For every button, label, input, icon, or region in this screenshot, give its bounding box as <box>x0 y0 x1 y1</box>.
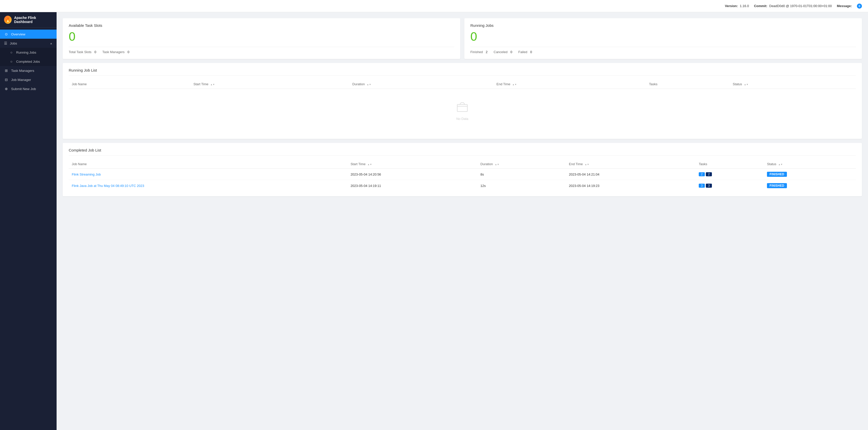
tasks-cell: 2 2 <box>696 169 764 180</box>
sidebar-item-job-manager[interactable]: ⊟ Job Manager <box>0 75 57 84</box>
available-task-slots-card: Available Task Slots 0 Total Task Slots … <box>63 18 460 59</box>
sidebar-completed-jobs-label: Completed Jobs <box>16 60 40 63</box>
start-time-cell: 2023-05-04 14:20:56 <box>348 169 477 180</box>
sidebar-item-completed-jobs[interactable]: ○ Completed Jobs <box>0 57 57 66</box>
submit-job-icon: ⊕ <box>4 87 8 91</box>
failed-stat: Failed 0 <box>518 50 532 54</box>
duration-sort-icon: ▲▼ <box>367 84 371 86</box>
completed-jobs-icon: ○ <box>9 59 13 63</box>
sidebar-navigation: ⊙ Overview ☰ Jobs ▲ ○ Running Jobs ○ Com… <box>0 28 57 430</box>
comp-col-end-time[interactable]: End Time ▲▼ <box>566 160 696 169</box>
version-value: 1.16.0 <box>740 4 749 8</box>
total-task-slots-stat: Total Task Slots 0 <box>69 50 96 54</box>
running-jobs-stats: Finished 2 Canceled 0 Failed 0 <box>470 50 856 54</box>
jobs-icon: ☰ <box>4 41 7 45</box>
completed-job-list-card: Completed Job List Job Name Start Time ▲… <box>63 143 862 196</box>
sidebar-job-manager-label: Job Manager <box>11 78 31 82</box>
running-jobs-icon: ○ <box>9 50 13 54</box>
running-job-table: Job Name Start Time ▲▼ Duration ▲▼ End T… <box>69 80 856 134</box>
start-time-cell: 2023-05-04 14:19:11 <box>348 180 477 192</box>
comp-end-time-sort-icon: ▲▼ <box>585 163 589 166</box>
flink-logo-icon: 🔥 <box>4 16 11 24</box>
failed-value: 0 <box>530 50 532 54</box>
comp-col-start-time[interactable]: Start Time ▲▼ <box>348 160 477 169</box>
col-status[interactable]: Status ▲▼ <box>730 80 856 89</box>
finished-stat: Finished 2 <box>470 50 488 54</box>
table-row: Flink Java Job at Thu May 04 08:49:10 UT… <box>69 180 856 192</box>
running-jobs-title: Running Jobs <box>470 23 856 28</box>
summary-cards: Available Task Slots 0 Total Task Slots … <box>63 18 862 59</box>
duration-cell: 12s <box>477 180 566 192</box>
status-badge: FINISHED <box>767 183 787 188</box>
running-job-list-card: Running Job List Job Name Start Time ▲▼ … <box>63 63 862 139</box>
comp-col-tasks[interactable]: Tasks <box>696 160 764 169</box>
commit-value: DeadD0d0 @ 1970-01-01T01:00:00+01:00 <box>769 4 832 8</box>
sidebar-submit-job-label: Submit New Job <box>11 87 36 91</box>
sidebar-task-managers-label: Task Managers <box>11 69 34 73</box>
version-label: Version: 1.16.0 <box>725 4 749 8</box>
running-jobs-no-data: No Data <box>69 89 856 134</box>
comp-col-duration[interactable]: Duration ▲▼ <box>477 160 566 169</box>
start-time-sort-icon: ▲▼ <box>211 84 215 86</box>
sidebar-item-label: Overview <box>11 32 25 36</box>
col-end-time[interactable]: End Time ▲▼ <box>493 80 646 89</box>
table-row: Flink Streaming Job 2023-05-04 14:20:56 … <box>69 169 856 180</box>
sidebar-jobs-label: Jobs <box>10 41 17 45</box>
comp-col-status[interactable]: Status ▲▼ <box>764 160 856 169</box>
sidebar-item-jobs[interactable]: ☰ Jobs ▲ <box>0 39 57 48</box>
canceled-stat: Canceled 0 <box>494 50 512 54</box>
col-job-name[interactable]: Job Name <box>69 80 190 89</box>
duration-cell: 8s <box>477 169 566 180</box>
col-tasks[interactable]: Tasks <box>646 80 730 89</box>
sidebar-running-jobs-label: Running Jobs <box>16 51 36 54</box>
overview-icon: ⊙ <box>4 32 8 36</box>
status-badge: FINISHED <box>767 172 787 177</box>
message-label: Message: <box>837 4 852 8</box>
finished-value: 2 <box>486 50 488 54</box>
canceled-value: 0 <box>510 50 512 54</box>
status-sort-icon: ▲▼ <box>744 84 748 86</box>
comp-status-sort-icon: ▲▼ <box>778 163 783 166</box>
no-data-icon <box>456 102 469 114</box>
task-managers-icon: ⊞ <box>4 68 8 73</box>
end-time-cell: 2023-05-04 14:19:23 <box>566 180 696 192</box>
sidebar-item-submit-new-job[interactable]: ⊕ Submit New Job <box>0 84 57 93</box>
no-data-text: No Data <box>456 117 468 121</box>
total-task-slots-value: 0 <box>94 50 96 54</box>
comp-col-job-name[interactable]: Job Name <box>69 160 348 169</box>
sidebar-item-overview[interactable]: ⊙ Overview <box>0 30 57 39</box>
svg-rect-0 <box>457 105 467 112</box>
sidebar-logo-text: Apache Flink Dashboard <box>14 16 53 24</box>
status-cell: FINISHED <box>764 180 856 192</box>
sidebar-item-task-managers[interactable]: ⊞ Task Managers <box>0 66 57 75</box>
jobs-chevron-icon: ▲ <box>50 42 53 45</box>
task-managers-value: 0 <box>128 50 129 54</box>
sidebar: 🔥 Apache Flink Dashboard ⊙ Overview ☰ Jo… <box>0 12 57 430</box>
task-badge-b: 3 <box>706 183 712 188</box>
version-info: Version: 1.16.0 Commit: DeadD0d0 @ 1970-… <box>725 3 862 9</box>
available-task-slots-count: 0 <box>69 31 454 43</box>
task-badge-a: 2 <box>699 172 705 176</box>
task-badge-a: 3 <box>699 183 705 188</box>
running-job-list-title: Running Job List <box>69 68 856 76</box>
status-cell: FINISHED <box>764 169 856 180</box>
commit-label: Commit: DeadD0d0 @ 1970-01-01T01:00:00+0… <box>754 4 832 8</box>
job-manager-icon: ⊟ <box>4 78 8 82</box>
job-name-cell[interactable]: Flink Java Job at Thu May 04 08:49:10 UT… <box>69 180 348 192</box>
sidebar-item-running-jobs[interactable]: ○ Running Jobs <box>0 48 57 57</box>
main-content: Available Task Slots 0 Total Task Slots … <box>57 12 868 430</box>
running-jobs-count: 0 <box>470 31 856 43</box>
end-time-cell: 2023-05-04 14:21:04 <box>566 169 696 180</box>
top-header: Version: 1.16.0 Commit: DeadD0d0 @ 1970-… <box>0 0 868 12</box>
completed-job-table: Job Name Start Time ▲▼ Duration ▲▼ End T… <box>69 160 856 191</box>
task-slot-stats: Total Task Slots 0 Task Managers 0 <box>69 50 454 54</box>
message-badge: 0 <box>857 3 862 9</box>
available-task-slots-title: Available Task Slots <box>69 23 454 28</box>
sidebar-logo: 🔥 Apache Flink Dashboard <box>0 12 57 28</box>
col-duration[interactable]: Duration ▲▼ <box>349 80 494 89</box>
jobs-submenu: ○ Running Jobs ○ Completed Jobs <box>0 48 57 66</box>
comp-duration-sort-icon: ▲▼ <box>495 163 499 166</box>
col-start-time[interactable]: Start Time ▲▼ <box>190 80 349 89</box>
job-name-cell[interactable]: Flink Streaming Job <box>69 169 348 180</box>
comp-start-time-sort-icon: ▲▼ <box>368 163 372 166</box>
